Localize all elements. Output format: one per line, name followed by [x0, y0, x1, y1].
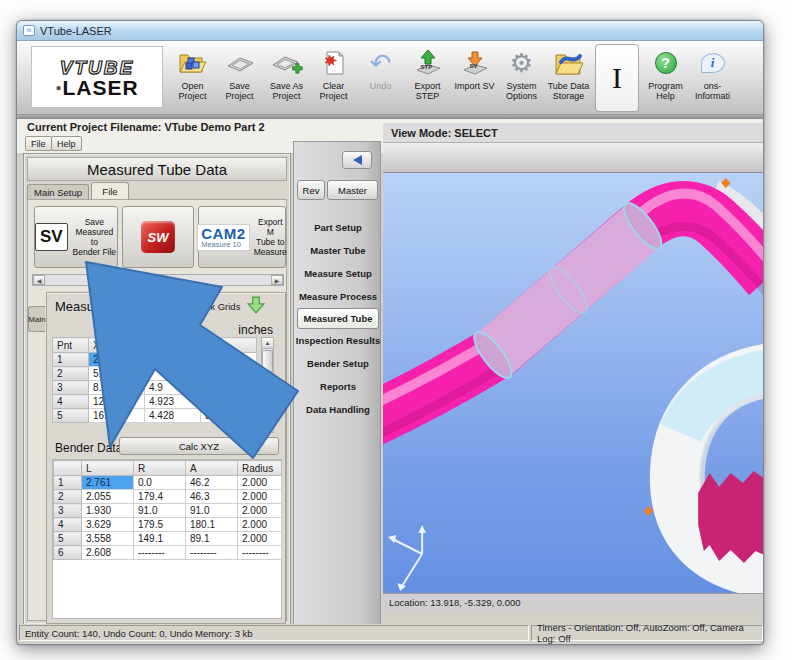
export-step-icon: STP — [415, 47, 441, 79]
open-folder-icon — [178, 47, 208, 79]
view-mode-bar: View Mode: SELECT — [383, 123, 764, 143]
import-sv-button[interactable]: SV Import SV — [451, 44, 498, 110]
col-r: R — [134, 461, 186, 476]
options-information-button[interactable]: i ons-Informati — [689, 44, 736, 110]
centerline-row[interactable]: 12.877 — [53, 353, 257, 367]
bender-data-label: Bender Data — [55, 441, 122, 455]
bender-row[interactable]: 22.055179.446.32.000 — [54, 490, 282, 504]
nav-item[interactable]: Measured Tube — [297, 308, 379, 329]
open-project-button[interactable]: Open Project — [169, 44, 216, 110]
tube-data-storage-button[interactable]: Tube Data Storage — [545, 44, 592, 110]
tab-main-setup[interactable]: Main Setup — [27, 184, 89, 199]
col-4 — [201, 338, 257, 353]
save-disk-icon — [225, 47, 255, 79]
bender-row[interactable]: 12.7610.046.22.000 — [54, 476, 282, 490]
solidworks-export-button[interactable]: SW — [122, 206, 194, 268]
units-label: inches — [238, 323, 273, 337]
location-bar: Location: 13.918, -5.329, 0.000 — [383, 593, 764, 611]
system-options-label: System Options — [506, 81, 537, 101]
cam2-export-button[interactable]: CAM2 Measure 10 Export M Tube to Measure — [198, 206, 286, 268]
app-window: ≈ VTube-LASER VTUBE ●LASER Open Project … — [16, 20, 764, 645]
scroll-up-icon[interactable]: ▲ — [262, 338, 273, 349]
solidworks-icon: SW — [141, 221, 175, 253]
collapse-panel-button[interactable] — [342, 151, 372, 169]
tab-file[interactable]: File — [91, 182, 129, 199]
nav-item[interactable]: Master Tube — [294, 239, 382, 262]
nav-item[interactable]: Measure Setup — [294, 262, 382, 285]
save-measured-to-bender-button[interactable]: SV Save Measured to Bender File — [34, 206, 118, 268]
nav-item[interactable]: Reports — [294, 375, 382, 398]
scroll-down-icon[interactable]: ▼ — [262, 421, 273, 432]
measure-point[interactable] — [644, 506, 654, 516]
rev-button[interactable]: Rev — [297, 180, 325, 200]
centerline-vertical-scrollbar[interactable]: ▲ ▼ — [261, 337, 274, 433]
bender-row[interactable]: 43.629179.5180.12.000 — [54, 518, 282, 532]
view-mode-label: View Mode: SELECT — [383, 127, 498, 139]
panel-title: Measured Tube Data — [27, 157, 287, 181]
cursor-location: Location: 13.918, -5.329, 0.000 — [383, 597, 521, 608]
nav-item[interactable]: Measure Process — [294, 285, 382, 308]
centerline-row[interactable]: 516.1614.42834.560 — [53, 409, 257, 423]
file-tab-content: SV Save Measured to Bender File SW CAM2 … — [27, 199, 287, 621]
centerline-row[interactable]: 25.893 — [53, 367, 257, 381]
clear-project-button[interactable]: Clear Project — [310, 44, 357, 110]
axis-triad-icon — [388, 525, 426, 591]
system-options-button[interactable]: ⚙ System Options — [498, 44, 545, 110]
clear-page-icon — [321, 47, 347, 79]
main-toolbar: VTUBE ●LASER Open Project Save Project — [17, 41, 763, 115]
bender-row[interactable]: 31.93091.091.02.000 — [54, 504, 282, 518]
left-arrow-icon — [353, 155, 362, 165]
scroll-right-icon[interactable]: ▶ — [271, 275, 283, 285]
col-l: L — [82, 461, 134, 476]
file-menu[interactable]: File — [25, 136, 52, 151]
col-pnt: Pnt — [53, 338, 89, 353]
help-menu[interactable]: Help — [51, 136, 82, 151]
bender-table: L R A Radius 12.7610.046.22.000 — [52, 459, 282, 619]
measured-centerline-title: Measured Cen — [55, 299, 140, 314]
clear-project-label: Clear Project — [319, 81, 347, 101]
tube-3d-scene — [383, 173, 764, 593]
centerline-row[interactable]: 38.0024.93 — [53, 381, 257, 395]
undo-button[interactable]: ↶ Undo — [357, 44, 404, 110]
title-bar[interactable]: ≈ VTube-LASER — [17, 21, 763, 41]
nav-item[interactable]: Data Handling — [294, 398, 382, 421]
import-sv-label: Import SV — [454, 81, 494, 91]
nav-item[interactable]: Inspection Results — [294, 329, 382, 352]
bender-row[interactable]: 53.558149.189.12.000 — [54, 532, 282, 546]
3d-viewport[interactable] — [383, 173, 764, 593]
sv-file-icon: SV — [35, 223, 68, 251]
save-measured-label: Save Measured to Bender File — [72, 217, 117, 257]
cursor-tool-button[interactable]: I — [595, 44, 639, 112]
save-project-button[interactable]: Save Project — [216, 44, 263, 110]
tab-main-side[interactable]: Main — [28, 306, 45, 332]
export-step-button[interactable]: STP Export STEP — [404, 44, 451, 110]
tube-data-storage-label: Tube Data Storage — [548, 81, 590, 101]
import-sv-icon: SV — [462, 47, 488, 79]
bender-row[interactable]: 62.608------------------------ — [54, 546, 282, 560]
tube-data-folder-icon — [553, 47, 585, 79]
nav-item[interactable]: Bender Setup — [294, 352, 382, 375]
master-button[interactable]: Master — [327, 180, 378, 200]
save-as-disk-icon — [271, 47, 303, 79]
sv-icon-text: SV — [470, 63, 478, 69]
info-icon: i — [701, 47, 725, 79]
nav-item[interactable]: Part Setup — [294, 216, 382, 239]
scrollbar-thumb[interactable] — [262, 350, 273, 372]
measured-centerline-group: Measured Cen Lock Grids inches Pnt X — [46, 292, 286, 624]
calc-xyz-button[interactable]: Calc XYZ — [119, 437, 279, 455]
col-3 — [145, 338, 201, 353]
lock-grids-arrow-icon[interactable] — [247, 296, 265, 318]
save-as-project-label: Save As Project — [270, 81, 303, 101]
timers-status: Timers - Orientation: Off, AutoZoom: Off… — [531, 625, 763, 641]
scroll-left-icon[interactable]: ◀ — [33, 275, 45, 285]
undo-icon: ↶ — [370, 47, 392, 79]
measured-tube-data-panel: Measured Tube Data Main Setup File SV Sa… — [23, 153, 291, 625]
buttons-horizontal-scrollbar[interactable]: ◀ ▶ — [32, 274, 284, 286]
selected-straight-section[interactable] — [493, 226, 643, 355]
centerline-row[interactable]: 412.0044.92328.14 — [53, 395, 257, 409]
save-as-project-button[interactable]: Save As Project — [263, 44, 310, 110]
vtube-laser-logo: VTUBE ●LASER — [31, 46, 163, 108]
program-help-button[interactable]: ? Program Help — [642, 44, 689, 110]
options-information-label: ons-Informati — [689, 81, 736, 101]
program-help-label: Program Help — [648, 81, 683, 101]
